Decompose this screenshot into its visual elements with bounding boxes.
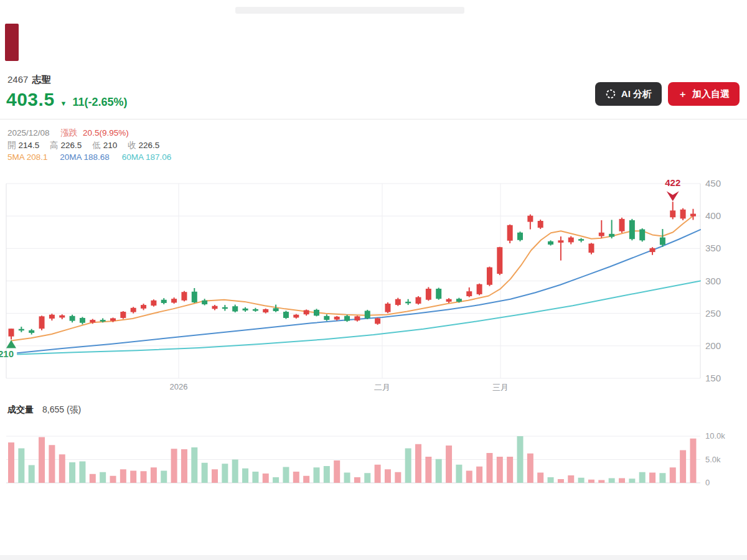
volume-bar <box>283 467 289 483</box>
volume-bar <box>466 471 472 483</box>
candle-body <box>202 301 207 304</box>
candle-body <box>110 318 116 320</box>
volume-bar <box>619 478 625 483</box>
candle-body <box>405 302 411 304</box>
price-tick-label: 400 <box>705 210 721 221</box>
volume-bar <box>375 465 381 483</box>
month-tick-label: 三月 <box>492 382 509 393</box>
volume-bar <box>191 447 197 483</box>
candle-body <box>120 312 126 318</box>
volume-bar <box>568 475 574 483</box>
volume-bar <box>334 460 340 483</box>
candle-body <box>527 216 533 222</box>
volume-bar <box>69 462 75 483</box>
volume-bar <box>415 444 421 483</box>
price-tick-label: 450 <box>705 178 721 189</box>
candle-body <box>680 210 686 219</box>
volume-bar <box>609 478 615 483</box>
volume-tick-label: 5.0k <box>705 455 721 464</box>
candle-body <box>639 230 645 241</box>
candle-body <box>212 306 218 309</box>
annotation-high-label: 422 <box>665 177 680 188</box>
volume-bar <box>171 449 177 483</box>
volume-bar <box>18 449 24 483</box>
candle-body <box>141 305 146 309</box>
volume-bar <box>293 472 299 483</box>
volume-bar <box>79 462 85 483</box>
volume-bar <box>385 469 391 483</box>
volume-bar <box>517 436 524 483</box>
candle-body <box>131 308 136 312</box>
candle-body <box>324 316 329 320</box>
volume-bar <box>588 480 594 483</box>
candle-body <box>395 299 401 305</box>
candle-body <box>232 306 238 311</box>
candle-body <box>609 234 614 237</box>
volume-bar <box>395 472 401 483</box>
volume-bar <box>486 453 492 483</box>
candle-body <box>100 320 106 322</box>
candle-body <box>416 297 421 304</box>
volume-bar <box>436 459 442 483</box>
volume-bar <box>151 467 157 483</box>
high-marker-arrow-icon <box>667 191 679 201</box>
volume-bar <box>497 457 503 483</box>
volume-bar <box>456 465 462 483</box>
candle-body <box>548 241 553 245</box>
volume-bar <box>578 478 585 483</box>
volume-bar <box>507 457 513 483</box>
candle-body <box>426 289 431 300</box>
candle-body <box>558 240 563 243</box>
volume-tick-label: 0 <box>705 478 710 487</box>
candle-body <box>578 239 584 241</box>
candle-body <box>354 316 360 320</box>
candle-body <box>446 299 452 302</box>
volume-bar <box>181 449 187 483</box>
volume-bar <box>49 445 55 483</box>
volume-bar <box>476 467 482 483</box>
candle-body <box>619 219 625 231</box>
low-marker-arrow-icon <box>6 340 16 348</box>
volume-bar <box>548 477 554 483</box>
candle-body <box>9 329 14 337</box>
candle-body <box>568 238 574 243</box>
candle-body <box>466 291 472 296</box>
candle-body <box>171 299 177 302</box>
candle-body <box>588 244 594 253</box>
candle-body <box>243 309 248 310</box>
volume-bar <box>161 471 167 483</box>
candle-body <box>90 320 95 322</box>
candle-body <box>456 299 462 302</box>
volume-bar <box>100 472 106 483</box>
candle-body <box>70 316 75 321</box>
candle-body <box>39 316 45 329</box>
price-volume-chart-canvas[interactable] <box>0 0 747 560</box>
candle-body <box>283 312 289 318</box>
candle-body <box>385 304 390 312</box>
candle-body <box>477 284 482 294</box>
candle-body <box>344 316 350 321</box>
candle-body <box>151 301 156 306</box>
volume-bar <box>446 446 452 483</box>
candle-body <box>253 309 258 311</box>
candle-body <box>161 300 167 303</box>
volume-bar <box>425 457 431 483</box>
month-tick-label: 二月 <box>374 382 390 393</box>
candle-body <box>314 310 319 315</box>
volume-bar <box>364 473 370 483</box>
candle-body <box>660 238 665 245</box>
volume-bar <box>59 454 65 483</box>
candle-body <box>517 233 523 240</box>
volume-bar <box>222 464 228 483</box>
candle-body <box>49 315 55 319</box>
price-tick-label: 250 <box>705 308 721 319</box>
volume-bar <box>202 463 208 483</box>
candle-body <box>293 315 299 318</box>
candle-body <box>375 318 380 324</box>
candle-body <box>304 310 309 314</box>
20ma-line <box>17 230 700 353</box>
candle-body <box>59 315 65 318</box>
volume-bar <box>629 478 635 483</box>
volume-bar <box>558 479 564 483</box>
volume-bar <box>527 454 533 483</box>
